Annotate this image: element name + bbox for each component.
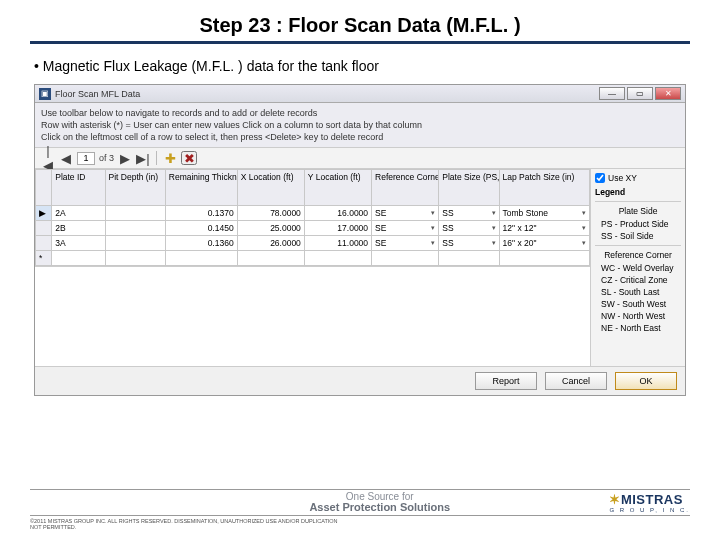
table-row[interactable]: ▶ 2A 0.1370 78.0000 16.0000 SE SS Tomb S… [36, 206, 590, 221]
cell-side[interactable]: SS [439, 206, 499, 221]
row-indicator[interactable] [36, 236, 52, 251]
app-icon: ▣ [39, 88, 51, 100]
cell-pit-depth[interactable] [105, 206, 165, 221]
window-titlebar[interactable]: ▣ Floor Scan MFL Data — ▭ ✕ [35, 85, 685, 103]
use-xy-input[interactable] [595, 173, 605, 183]
cell-patch[interactable]: 16" x 20" [499, 236, 589, 251]
cell-y[interactable]: 17.0000 [304, 221, 371, 236]
mistras-logo: ✶MISTRAS G R O U P, I N C. [609, 492, 690, 513]
col-plate-size[interactable]: Plate Size (PS, SS) [439, 170, 499, 206]
cell-x[interactable]: 26.0000 [237, 236, 304, 251]
use-xy-checkbox[interactable]: Use XY [595, 173, 681, 183]
instruction-line: Click on the leftmost cell of a row to s… [41, 131, 679, 143]
new-row[interactable]: * [36, 251, 590, 266]
cell-ref[interactable]: SE [372, 236, 439, 251]
record-toolbar: |◀ ◀ of 3 ▶ ▶| ✚ ✖ [35, 147, 685, 169]
next-record-button[interactable]: ▶ [118, 151, 132, 165]
tagline: One Source for Asset Protection Solution… [309, 492, 450, 513]
cell-pit-depth[interactable] [105, 221, 165, 236]
col-pit-depth[interactable]: Pit Depth (in) [105, 170, 165, 206]
copyright-text: ©2011 MISTRAS GROUP INC. ALL RIGHTS RESE… [30, 518, 350, 530]
cell-ref[interactable]: SE [372, 206, 439, 221]
cell-plate-id[interactable]: 3A [52, 236, 105, 251]
instruction-line: Row with asterisk (*) = User can enter n… [41, 119, 679, 131]
row-indicator[interactable]: * [36, 251, 52, 266]
header-row[interactable]: Plate ID Pit Depth (in) Remaining Thickn… [36, 170, 590, 206]
col-x-location[interactable]: X Location (ft) [237, 170, 304, 206]
cell-side[interactable]: SS [439, 221, 499, 236]
dialog-buttons: Report Cancel OK [35, 366, 685, 395]
cell-plate-id[interactable]: 2B [52, 221, 105, 236]
report-button[interactable]: Report [475, 372, 537, 390]
grid-empty-area [35, 266, 590, 366]
slide-footer: One Source for Asset Protection Solution… [30, 489, 690, 530]
cell-remaining[interactable]: 0.1450 [165, 221, 237, 236]
row-indicator[interactable]: ▶ [36, 206, 52, 221]
legend-item: NW - North West [595, 310, 681, 322]
cell-y[interactable]: 11.0000 [304, 236, 371, 251]
reference-corner-title: Reference Corner [595, 250, 681, 260]
instructions: Use toolbar below to navigate to records… [35, 103, 685, 147]
plate-side-title: Plate Side [595, 206, 681, 216]
col-lap-patch-size[interactable]: Lap Patch Size (in) [499, 170, 589, 206]
col-y-location[interactable]: Y Location (ft) [304, 170, 371, 206]
legend-item: WC - Weld Overlay [595, 262, 681, 274]
cell-pit-depth[interactable] [105, 236, 165, 251]
close-button[interactable]: ✕ [655, 87, 681, 100]
prev-record-button[interactable]: ◀ [59, 151, 73, 165]
cell-remaining[interactable]: 0.1360 [165, 236, 237, 251]
legend-item: NE - North East [595, 322, 681, 334]
legend-item: CZ - Critical Zone [595, 274, 681, 286]
cell-y[interactable]: 16.0000 [304, 206, 371, 221]
cell-x[interactable]: 25.0000 [237, 221, 304, 236]
last-record-button[interactable]: ▶| [136, 151, 150, 165]
cell-remaining[interactable]: 0.1370 [165, 206, 237, 221]
slide-title: Step 23 : Floor Scan Data (M.F.L. ) [30, 8, 690, 44]
add-record-button[interactable]: ✚ [163, 151, 177, 165]
table-row[interactable]: 3A 0.1360 26.0000 11.0000 SE SS 16" x 20… [36, 236, 590, 251]
record-count-text: of 3 [99, 153, 114, 163]
legend-item: SS - Soil Side [595, 230, 681, 242]
bullet-text: Magnetic Flux Leakage (M.F.L. ) data for… [34, 58, 690, 74]
legend-title: Legend [595, 187, 681, 197]
window-title: Floor Scan MFL Data [55, 89, 599, 99]
record-position-input[interactable] [77, 152, 95, 165]
first-record-button[interactable]: |◀ [41, 151, 55, 165]
data-grid[interactable]: Plate ID Pit Depth (in) Remaining Thickn… [35, 169, 591, 366]
cell-x[interactable]: 78.0000 [237, 206, 304, 221]
cell-patch[interactable]: Tomb Stone [499, 206, 589, 221]
cancel-button[interactable]: Cancel [545, 372, 607, 390]
cell-plate-id[interactable]: 2A [52, 206, 105, 221]
legend-item: SW - South West [595, 298, 681, 310]
instruction-line: Use toolbar below to navigate to records… [41, 107, 679, 119]
app-window: ▣ Floor Scan MFL Data — ▭ ✕ Use toolbar … [34, 84, 686, 396]
legend-sidebar: Use XY Legend Plate Side PS - Product Si… [591, 169, 685, 366]
ok-button[interactable]: OK [615, 372, 677, 390]
cell-patch[interactable]: 12" x 12" [499, 221, 589, 236]
row-selector-header [36, 170, 52, 206]
row-indicator[interactable] [36, 221, 52, 236]
table-row[interactable]: 2B 0.1450 25.0000 17.0000 SE SS 12" x 12… [36, 221, 590, 236]
cell-ref[interactable]: SE [372, 221, 439, 236]
maximize-button[interactable]: ▭ [627, 87, 653, 100]
col-plate-id[interactable]: Plate ID [52, 170, 105, 206]
col-reference-corner[interactable]: Reference Corner [372, 170, 439, 206]
separator [156, 151, 157, 165]
legend-item: SL - South Last [595, 286, 681, 298]
minimize-button[interactable]: — [599, 87, 625, 100]
cell-side[interactable]: SS [439, 236, 499, 251]
legend-item: PS - Product Side [595, 218, 681, 230]
delete-record-button[interactable]: ✖ [181, 151, 197, 165]
col-remaining-thickness[interactable]: Remaining Thickness (in) [165, 170, 237, 206]
